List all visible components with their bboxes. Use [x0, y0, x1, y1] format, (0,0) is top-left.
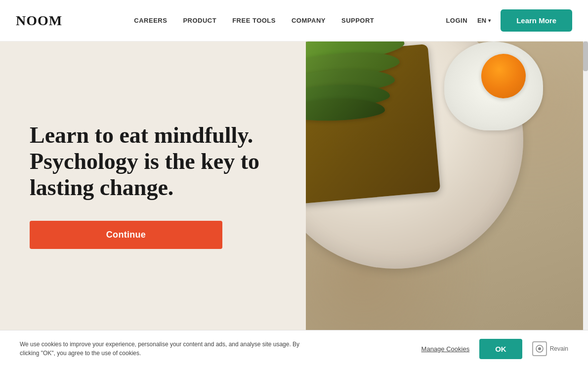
nav-product[interactable]: PRODUCT	[183, 17, 216, 24]
cookie-actions: Manage Cookies OK Revain	[421, 339, 568, 359]
nav-support[interactable]: SUPPORT	[341, 17, 374, 24]
scrollbar-thumb[interactable]	[583, 41, 588, 71]
language-label: EN	[477, 17, 486, 24]
cookie-text: We use cookies to improve your experienc…	[20, 340, 316, 358]
svg-point-1	[538, 347, 541, 350]
navbar-right: LOGIN EN ▾ Learn More	[446, 9, 572, 32]
egg-yolk	[481, 54, 526, 98]
nav-links: CAREERS PRODUCT FREE TOOLS COMPANY SUPPO…	[134, 17, 374, 24]
login-link[interactable]: LOGIN	[446, 17, 467, 24]
revain-icon	[532, 341, 547, 356]
hero-left: Learn to eat mindfully. Psychology is th…	[0, 41, 306, 330]
hero-section: Learn to eat mindfully. Psychology is th…	[0, 41, 588, 330]
navbar: NOOM CAREERS PRODUCT FREE TOOLS COMPANY …	[0, 0, 588, 41]
hero-title: Learn to eat mindfully. Psychology is th…	[30, 122, 276, 201]
nav-company[interactable]: COMPANY	[292, 17, 326, 24]
revain-label: Revain	[550, 345, 568, 352]
avocado-layer	[306, 41, 429, 135]
ok-button[interactable]: OK	[479, 339, 522, 359]
scrollbar-track[interactable]	[583, 41, 588, 330]
manage-cookies-button[interactable]: Manage Cookies	[421, 345, 470, 353]
cookie-banner: We use cookies to improve your experienc…	[0, 330, 588, 367]
chevron-down-icon: ▾	[488, 18, 491, 23]
learn-more-button[interactable]: Learn More	[501, 9, 572, 32]
revain-branding: Revain	[532, 341, 568, 356]
language-selector[interactable]: EN ▾	[477, 17, 491, 24]
continue-button[interactable]: Continue	[30, 221, 222, 249]
nav-free-tools[interactable]: FREE TOOLS	[232, 17, 276, 24]
hero-image	[306, 41, 588, 330]
brand-logo[interactable]: NOOM	[16, 13, 62, 29]
nav-careers[interactable]: CAREERS	[134, 17, 167, 24]
